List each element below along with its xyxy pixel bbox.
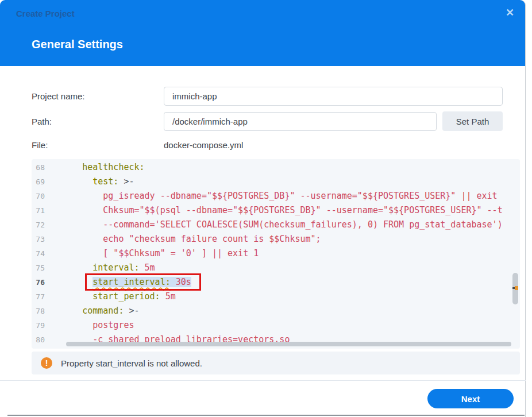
- project-name-row: Project name:: [32, 87, 525, 106]
- vertical-scrollbar[interactable]: [512, 273, 518, 304]
- path-input[interactable]: [164, 112, 437, 131]
- code-text: Chksum="$$(psql --dbname="$${POSTGRES_DB…: [51, 203, 503, 218]
- line-number: 68: [32, 160, 51, 175]
- code-text: interval: 5m: [51, 261, 155, 275]
- line-number: 72: [32, 218, 51, 232]
- code-text: --command='SELECT COALESCE(SUM(checksum_…: [51, 218, 503, 232]
- next-button[interactable]: Next: [427, 389, 514, 408]
- file-label: File:: [32, 140, 164, 150]
- error-message: Property start_interval is not allowed.: [61, 358, 202, 368]
- line-number: 77: [32, 289, 51, 304]
- code-line: 69 test: >-: [32, 175, 520, 189]
- code-text: pg_isready --dbname="$${POSTGRES_DB}" --…: [51, 189, 498, 203]
- code-line: 78 command: >-: [32, 304, 520, 318]
- scrollbar-warning-marker: [515, 286, 518, 290]
- yaml-code-editor[interactable]: 68 healthcheck:69 test: >-70 pg_isready …: [32, 159, 520, 349]
- line-number: 76: [32, 275, 51, 289]
- close-icon[interactable]: ✕: [506, 7, 514, 18]
- code-text: test: >-: [51, 175, 134, 189]
- line-number: 70: [32, 189, 51, 203]
- warning-icon: !: [41, 357, 52, 369]
- window-bottom-edge: [7, 415, 525, 416]
- code-lines: 68 healthcheck:69 test: >-70 pg_isready …: [32, 160, 520, 347]
- line-number: 71: [32, 203, 51, 218]
- path-row: Path: Set Path: [32, 111, 525, 131]
- line-number: 78: [32, 304, 51, 318]
- line-number: 79: [32, 318, 51, 333]
- line-number: 73: [32, 232, 51, 246]
- dialog-title: Create Project: [16, 9, 75, 18]
- horizontal-scrollbar[interactable]: [66, 342, 511, 346]
- code-text: start_interval: 30s: [51, 275, 191, 289]
- code-text: echo "checksum failure count is $$Chksum…: [51, 232, 321, 246]
- code-text: healthcheck:: [51, 160, 145, 175]
- line-number: 75: [32, 261, 51, 275]
- code-text: start_period: 5m: [51, 289, 176, 304]
- project-name-label: Project name:: [32, 91, 164, 101]
- code-text: postgres: [51, 318, 134, 333]
- code-line: 70 pg_isready --dbname="$${POSTGRES_DB}"…: [32, 189, 520, 203]
- code-line: 77 start_period: 5m: [32, 289, 520, 304]
- code-text: command: >-: [51, 304, 140, 318]
- code-line: 71 Chksum="$$(psql --dbname="$${POSTGRES…: [32, 203, 520, 218]
- line-number: 69: [32, 175, 51, 189]
- set-path-button[interactable]: Set Path: [442, 111, 503, 131]
- dialog-footer: Next: [0, 381, 525, 414]
- code-line: 79 postgres: [32, 318, 520, 333]
- project-name-input[interactable]: [164, 87, 503, 106]
- code-line: 73 echo "checksum failure count is $$Chk…: [32, 232, 520, 246]
- file-value: docker-compose.yml: [164, 140, 243, 150]
- line-number: 74: [32, 246, 51, 261]
- code-line: 74 [ "$$Chksum" = '0' ] || exit 1: [32, 246, 520, 261]
- code-line: 76 start_interval: 30s: [32, 275, 520, 289]
- dialog-body: Project name: Path: Set Path File: docke…: [0, 66, 525, 414]
- line-number: 80: [32, 333, 51, 347]
- validation-error-bar: ! Property start_interval is not allowed…: [32, 352, 520, 374]
- dialog-header: Create Project ✕ General Settings: [0, 0, 525, 66]
- page-title: General Settings: [32, 38, 123, 51]
- create-project-dialog: Create Project ✕ General Settings Projec…: [0, 0, 526, 417]
- path-label: Path:: [32, 117, 164, 126]
- code-line: 68 healthcheck:: [32, 160, 520, 175]
- code-line: 75 interval: 5m: [32, 261, 520, 275]
- file-row: File: docker-compose.yml: [32, 140, 525, 150]
- code-line: 72 --command='SELECT COALESCE(SUM(checks…: [32, 218, 520, 232]
- code-text: [ "$$Chksum" = '0' ] || exit 1: [51, 246, 259, 261]
- error-annotation-box: start_interval: 30s: [87, 275, 199, 289]
